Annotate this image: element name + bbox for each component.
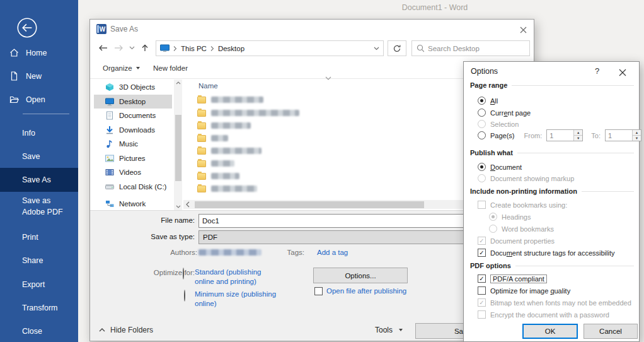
sidebar-item-transform[interactable]: Transform: [0, 296, 78, 320]
back-button[interactable]: [16, 17, 38, 38]
refresh-button[interactable]: [388, 40, 406, 56]
checkbox-icon[interactable]: [478, 286, 486, 295]
radio-document[interactable]: Document: [478, 162, 522, 172]
hide-folders-button[interactable]: Hide Folders: [99, 326, 153, 334]
file-row[interactable]: [197, 94, 263, 105]
folder-icon: [197, 173, 206, 180]
sidebar-item-save[interactable]: Save: [0, 144, 78, 168]
optimize-standard-label[interactable]: Standard (publishing online and printing…: [195, 268, 277, 286]
spin-up-icon[interactable]: ▲: [633, 130, 641, 136]
from-value[interactable]: 1: [547, 130, 573, 141]
downloads-icon: [105, 125, 115, 135]
nav-item-3d-objects[interactable]: 3D Objects: [94, 80, 172, 94]
search-input[interactable]: [428, 45, 525, 52]
redacted-file-name: [211, 122, 251, 129]
tools-menu[interactable]: Tools: [375, 326, 403, 334]
local-disk-icon: [105, 182, 115, 192]
options-button[interactable]: Options...: [313, 268, 408, 283]
column-header-name[interactable]: Name: [198, 82, 218, 90]
nav-scrollbar[interactable]: [174, 80, 182, 210]
sidebar-item-close[interactable]: Close: [0, 319, 78, 342]
address-bar[interactable]: This PC Desktop: [156, 40, 384, 56]
radio-current-page[interactable]: Current page: [478, 108, 531, 117]
file-row[interactable]: [197, 170, 239, 182]
nav-item-network[interactable]: Network: [94, 197, 172, 211]
new-folder-button[interactable]: New folder: [153, 64, 188, 72]
from-spinner[interactable]: 1 ▲▼: [546, 129, 583, 141]
radio-document-markup: Document showing markup: [478, 174, 574, 183]
file-row[interactable]: [197, 183, 257, 194]
sidebar-item-home[interactable]: Home: [0, 41, 78, 64]
file-row[interactable]: [197, 133, 228, 144]
up-one-level-button[interactable]: [141, 44, 149, 52]
breadcrumb-desktop[interactable]: Desktop: [218, 45, 244, 52]
open-after-publishing-checkbox[interactable]: [314, 287, 323, 295]
file-row[interactable]: [197, 120, 251, 131]
sidebar-item-info[interactable]: Info: [0, 121, 78, 145]
checkbox-pdfa-compliant[interactable]: PDF/A compliant: [478, 274, 547, 283]
group-non-printing: Include non-printing information: [470, 187, 634, 195]
breadcrumb-this-pc[interactable]: This PC: [181, 45, 207, 52]
address-dropdown-icon[interactable]: [374, 47, 379, 50]
cancel-button[interactable]: Cancel: [584, 324, 638, 339]
spin-up-icon[interactable]: ▲: [574, 130, 582, 136]
sidebar-item-new[interactable]: New: [0, 64, 78, 88]
word-app-icon: W: [96, 24, 106, 34]
radio-pages[interactable]: Page(s) From: 1 ▲▼ To: 1 ▲▼: [478, 131, 641, 140]
nav-back-button[interactable]: [98, 44, 108, 52]
optimize-standard-radio[interactable]: [183, 268, 184, 280]
arrow-up-icon: [141, 44, 149, 52]
breadcrumb-separator-icon: [210, 45, 214, 52]
nav-item-documents[interactable]: Documents: [94, 109, 172, 122]
organize-menu[interactable]: Organize: [103, 64, 140, 72]
help-button[interactable]: ?: [595, 66, 599, 76]
open-after-publishing-label[interactable]: Open file after publishing: [326, 287, 406, 295]
sidebar-item-save-as[interactable]: Save As: [0, 168, 78, 192]
options-close-button[interactable]: [618, 68, 628, 78]
file-row[interactable]: [197, 158, 234, 169]
nav-item-pictures[interactable]: Pictures: [94, 151, 172, 165]
file-row[interactable]: [197, 107, 299, 119]
spin-down-icon[interactable]: ▼: [574, 136, 582, 141]
sidebar-item-open[interactable]: Open: [0, 88, 78, 111]
sidebar-item-print[interactable]: Print: [0, 225, 78, 249]
radio-icon[interactable]: [478, 131, 486, 139]
nav-item-music[interactable]: Music: [94, 137, 172, 151]
sort-ascending-icon[interactable]: [325, 76, 331, 80]
to-value[interactable]: 1: [606, 130, 632, 141]
scroll-down-icon[interactable]: [176, 205, 181, 208]
sidebar-item-save-as-adobe-pdf[interactable]: Save as Adobe PDF: [0, 192, 78, 223]
radio-icon[interactable]: [478, 97, 486, 105]
checkbox-icon[interactable]: [478, 249, 486, 257]
spin-down-icon[interactable]: ▼: [633, 136, 641, 141]
to-spinner[interactable]: 1 ▲▼: [605, 129, 641, 141]
nav-item-desktop[interactable]: Desktop: [94, 95, 172, 109]
nav-scrollbar-thumb[interactable]: [175, 115, 181, 181]
optimize-minimum-radio[interactable]: [184, 290, 185, 302]
nav-item-local-disk[interactable]: Local Disk (C:): [94, 180, 172, 194]
radio-icon[interactable]: [478, 163, 486, 171]
nav-item-downloads[interactable]: Downloads: [94, 123, 172, 137]
optimize-minimum-label[interactable]: Minimum size (publishing online): [195, 290, 277, 309]
dialog-close-button[interactable]: [519, 25, 527, 34]
recent-locations-dropdown[interactable]: [129, 46, 135, 50]
radio-icon[interactable]: [478, 109, 486, 117]
scroll-up-icon[interactable]: [176, 81, 181, 85]
ok-button[interactable]: OK: [522, 324, 578, 339]
horizontal-scrollbar-thumb[interactable]: [195, 201, 424, 208]
nav-item-videos[interactable]: Videos: [94, 165, 172, 179]
add-a-tag-link[interactable]: Add a tag: [317, 249, 348, 256]
checkbox-icon[interactable]: [478, 274, 486, 283]
optimize-for-label: Optimize for:: [125, 269, 195, 276]
checkbox-document-properties: Document properties: [478, 236, 555, 245]
checkbox-structure-tags[interactable]: Document structure tags for accessibilit…: [478, 248, 614, 257]
file-row[interactable]: [197, 145, 262, 156]
checkbox-image-quality[interactable]: Optimize for image quality: [478, 286, 570, 295]
back-circle-icon: [16, 17, 38, 38]
sidebar-item-export[interactable]: Export: [0, 273, 78, 297]
sidebar-item-share[interactable]: Share: [0, 249, 78, 273]
scroll-left-icon[interactable]: [186, 201, 190, 208]
search-box[interactable]: [411, 40, 530, 56]
radio-all[interactable]: All: [478, 96, 498, 105]
nav-forward-button[interactable]: [114, 44, 124, 52]
